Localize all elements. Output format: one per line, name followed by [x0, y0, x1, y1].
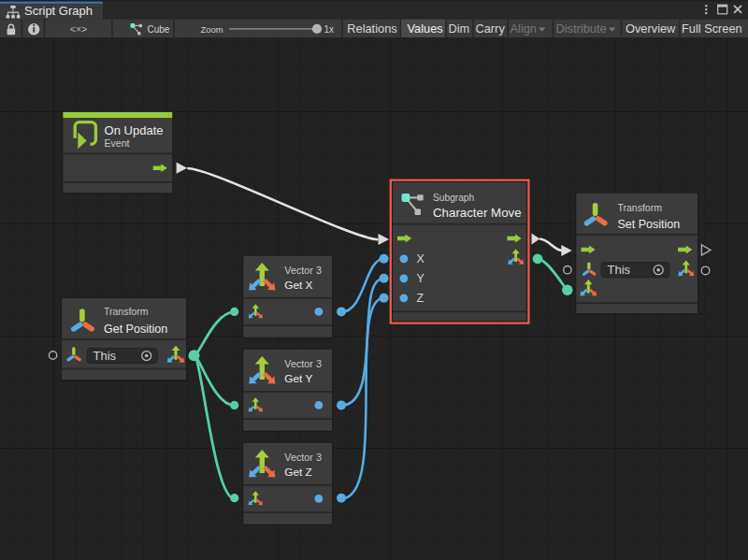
svg-text:Script Graph: Script Graph [24, 4, 93, 18]
svg-text:This: This [608, 263, 631, 277]
svg-text:Distribute: Distribute [556, 22, 607, 36]
svg-text:Set Position: Set Position [618, 218, 681, 231]
svg-text:Z: Z [417, 292, 424, 305]
svg-text:Vector 3: Vector 3 [284, 358, 322, 369]
svg-text:This: This [94, 349, 117, 363]
svg-text:Get Z: Get Z [284, 466, 312, 479]
svg-text:X: X [417, 252, 425, 266]
svg-text:Get Y: Get Y [284, 372, 312, 385]
svg-text:Get X: Get X [284, 279, 312, 292]
svg-text:Values: Values [408, 22, 443, 36]
svg-text:Full Screen: Full Screen [682, 22, 742, 36]
svg-text:Vector 3: Vector 3 [284, 452, 322, 463]
svg-text:Subgraph: Subgraph [433, 193, 474, 203]
svg-text:Event: Event [105, 137, 130, 149]
svg-text:Cube: Cube [148, 24, 170, 35]
svg-text:Align: Align [511, 22, 537, 36]
svg-text:Get Position: Get Position [104, 323, 167, 336]
svg-text:Y: Y [417, 272, 425, 285]
svg-text:Overview: Overview [626, 22, 676, 36]
svg-text:Transform: Transform [104, 306, 149, 317]
svg-text:Transform: Transform [618, 202, 663, 213]
svg-text:Dim: Dim [449, 22, 470, 36]
svg-text:Character Move: Character Move [433, 206, 522, 220]
svg-text:<×>: <×> [70, 23, 87, 35]
svg-text:On Update: On Update [105, 123, 164, 137]
svg-text:Vector 3: Vector 3 [284, 265, 322, 276]
svg-text:1x: 1x [324, 24, 335, 35]
svg-text:Zoom: Zoom [201, 24, 223, 35]
svg-text:Relations: Relations [347, 22, 396, 36]
svg-text:Carry: Carry [476, 22, 506, 36]
